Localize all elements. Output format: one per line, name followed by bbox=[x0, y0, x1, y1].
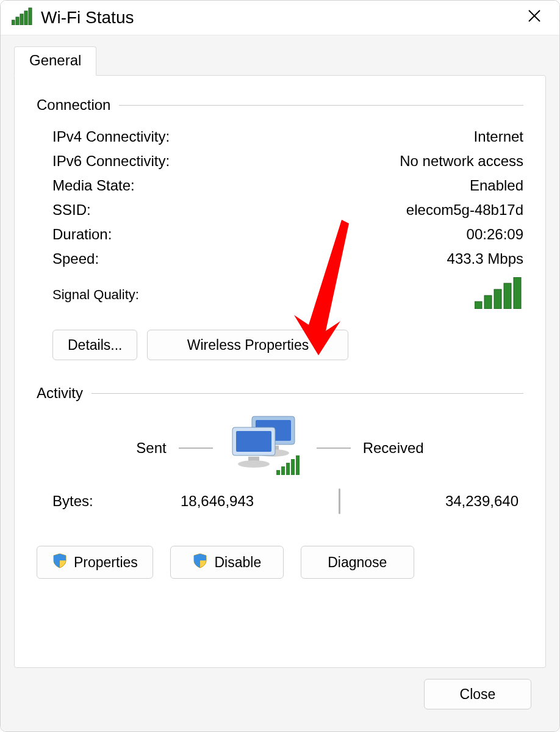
svg-rect-8 bbox=[484, 295, 492, 309]
shield-icon bbox=[192, 553, 208, 572]
tab-panel-general: Connection IPv4 Connectivity: Internet I… bbox=[14, 75, 546, 668]
ssid-label: SSID: bbox=[52, 201, 91, 219]
signal-quality-label: Signal Quality: bbox=[52, 287, 139, 303]
ipv4-label: IPv4 Connectivity: bbox=[52, 128, 170, 145]
activity-button-row: Properties Disable Diagno bbox=[37, 546, 523, 579]
ssid-row: SSID: elecom5g-48b17d bbox=[37, 198, 523, 222]
tab-general[interactable]: General bbox=[14, 46, 96, 76]
title-bar: Wi-Fi Status bbox=[1, 1, 559, 35]
bytes-row: Bytes: 18,646,943 34,239,640 bbox=[37, 488, 523, 514]
svg-rect-10 bbox=[504, 283, 511, 309]
activity-visualization: Sent bbox=[37, 413, 523, 484]
wireless-properties-button[interactable]: Wireless Properties bbox=[147, 330, 348, 360]
disable-button[interactable]: Disable bbox=[170, 546, 284, 579]
media-state-value: Enabled bbox=[470, 177, 523, 194]
signal-bars-icon bbox=[475, 277, 523, 313]
details-button[interactable]: Details... bbox=[52, 330, 137, 360]
tab-strip: General bbox=[14, 46, 546, 75]
svg-rect-20 bbox=[276, 470, 280, 475]
disable-button-label: Disable bbox=[214, 554, 261, 571]
svg-rect-4 bbox=[29, 8, 32, 25]
dash-icon bbox=[317, 448, 351, 449]
svg-rect-7 bbox=[475, 302, 482, 309]
svg-rect-11 bbox=[514, 277, 521, 309]
svg-rect-17 bbox=[236, 431, 271, 452]
connection-button-row: Details... Wireless Properties bbox=[37, 330, 523, 360]
wifi-status-window: Wi-Fi Status General Connection bbox=[0, 0, 560, 732]
svg-rect-2 bbox=[20, 14, 23, 25]
speed-row: Speed: 433.3 Mbps bbox=[37, 247, 523, 271]
svg-rect-24 bbox=[296, 455, 300, 475]
svg-point-19 bbox=[238, 460, 270, 468]
activity-section: Activity Sent bbox=[37, 385, 523, 579]
window-title: Wi-Fi Status bbox=[41, 8, 518, 27]
svg-rect-1 bbox=[16, 17, 19, 25]
ipv4-row: IPv4 Connectivity: Internet bbox=[37, 125, 523, 149]
ipv4-value: Internet bbox=[474, 128, 523, 145]
footer-row: Close bbox=[14, 668, 546, 724]
ipv6-row: IPv6 Connectivity: No network access bbox=[37, 149, 523, 173]
vertical-divider bbox=[303, 488, 376, 514]
connection-section-header: Connection bbox=[37, 96, 523, 114]
activity-section-header: Activity bbox=[37, 385, 523, 402]
close-button[interactable]: Close bbox=[424, 679, 531, 709]
received-label: Received bbox=[363, 440, 424, 457]
diagnose-button-label: Diagnose bbox=[328, 554, 387, 571]
ipv6-value: No network access bbox=[400, 153, 523, 170]
ssid-value: elecom5g-48b17d bbox=[406, 201, 523, 219]
signal-quality-row: Signal Quality: bbox=[37, 271, 523, 319]
content-area: General Connection IPv4 Connectivity: In… bbox=[1, 35, 559, 731]
duration-value: 00:26:09 bbox=[467, 226, 523, 243]
media-state-label: Media State: bbox=[52, 177, 135, 194]
svg-rect-9 bbox=[494, 289, 501, 309]
signal-bars-icon bbox=[12, 7, 34, 29]
divider-line bbox=[92, 393, 523, 394]
activity-section-label: Activity bbox=[37, 385, 83, 402]
svg-rect-23 bbox=[291, 459, 295, 475]
svg-rect-0 bbox=[12, 20, 15, 25]
speed-value: 433.3 Mbps bbox=[447, 250, 523, 267]
duration-label: Duration: bbox=[52, 226, 112, 243]
bytes-label: Bytes: bbox=[52, 493, 181, 510]
sent-label: Sent bbox=[136, 440, 166, 457]
bytes-received-value: 34,239,640 bbox=[376, 493, 523, 510]
network-computers-icon bbox=[225, 413, 304, 484]
speed-label: Speed: bbox=[52, 250, 99, 267]
connection-section-label: Connection bbox=[37, 96, 110, 114]
dash-icon bbox=[179, 448, 213, 449]
properties-button[interactable]: Properties bbox=[37, 546, 153, 579]
media-state-row: Media State: Enabled bbox=[37, 173, 523, 198]
close-icon bbox=[528, 9, 541, 26]
svg-rect-3 bbox=[24, 11, 27, 25]
bytes-sent-value: 18,646,943 bbox=[181, 493, 303, 510]
svg-rect-22 bbox=[286, 463, 290, 475]
svg-rect-21 bbox=[281, 466, 285, 475]
divider-line bbox=[119, 105, 523, 106]
diagnose-button[interactable]: Diagnose bbox=[301, 546, 414, 579]
properties-button-label: Properties bbox=[74, 554, 138, 571]
shield-icon bbox=[52, 553, 68, 572]
close-window-button[interactable] bbox=[518, 5, 551, 30]
ipv6-label: IPv6 Connectivity: bbox=[52, 153, 170, 170]
duration-row: Duration: 00:26:09 bbox=[37, 222, 523, 247]
